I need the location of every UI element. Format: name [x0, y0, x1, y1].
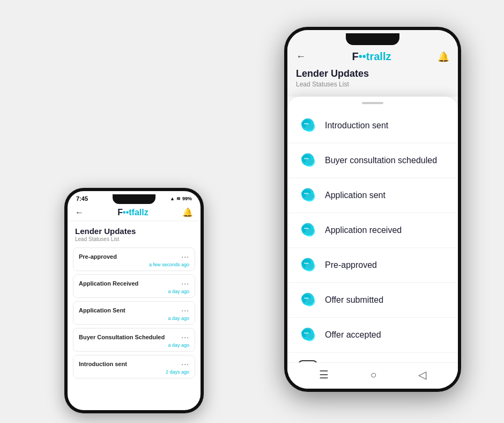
chat-icon-0	[298, 116, 317, 135]
list-item-time-3: a day ago	[79, 342, 189, 348]
sheet-item-5[interactable]: Offer submitted	[287, 283, 458, 318]
list-item-small[interactable]: Application Sent ··· a day ago	[73, 301, 195, 325]
nav-back-icon[interactable]: ◁	[418, 368, 426, 381]
sheet-item-label-3: Application received	[325, 225, 402, 235]
svg-point-4	[306, 123, 314, 130]
chat-icon-2	[298, 186, 317, 205]
nav-home-icon[interactable]: ○	[370, 369, 376, 381]
svg-point-37	[305, 262, 306, 264]
three-dots-1[interactable]: ···	[181, 279, 189, 288]
back-button-small[interactable]: ←	[75, 208, 84, 217]
nav-menu-icon[interactable]: ☰	[319, 368, 329, 381]
chat-icon-5	[298, 290, 317, 310]
svg-point-12	[306, 158, 314, 165]
svg-point-7	[307, 123, 308, 124]
svg-point-6	[306, 123, 307, 124]
list-item-time-2: a day ago	[79, 316, 189, 321]
sheet-item-label-1: Buyer consultation scheduled	[325, 156, 437, 165]
status-time: 7:45	[76, 195, 88, 202]
page-title-area-small: Lender Updates Lead Statuses List	[68, 221, 201, 243]
logo-accent-small: ••tfallz	[123, 208, 149, 217]
list-item-small[interactable]: Introduction sent ··· 2 days ago	[73, 355, 195, 378]
list-item-label-0: Pre-approved	[79, 253, 117, 260]
bell-icon-small[interactable]: 🔔	[182, 207, 193, 217]
svg-point-13	[305, 158, 306, 159]
svg-point-36	[306, 263, 314, 270]
list-item-label-3: Buyer Consultation Scheduled	[79, 334, 165, 340]
sheet-list: Introduction sent	[287, 106, 458, 362]
three-dots-3[interactable]: ···	[181, 333, 189, 341]
svg-point-31	[307, 228, 308, 229]
svg-point-45	[305, 297, 306, 298]
svg-point-29	[305, 228, 306, 229]
list-container-small: Pre-approved ··· a few seconds ago Appli…	[68, 243, 201, 383]
sheet-item-6[interactable]: Offer accepted	[287, 318, 458, 353]
chat-icon-6	[298, 325, 317, 345]
status-icons: ▲ ≋ 99%	[170, 196, 192, 201]
svg-point-22	[306, 193, 307, 194]
chat-icon-3	[298, 221, 317, 240]
wifi-icon: ≋	[176, 196, 181, 201]
bottom-sheet: Introduction sent	[287, 97, 458, 389]
back-button-front[interactable]: ←	[296, 51, 306, 62]
sheet-item-label-2: Application sent	[325, 191, 386, 200]
list-item-label-1: Application Received	[79, 280, 138, 287]
svg-point-30	[306, 228, 307, 229]
logo-small: F••tfallz	[117, 208, 148, 217]
list-item-small[interactable]: Application Received ··· a day ago	[73, 274, 195, 298]
svg-point-39	[307, 262, 308, 264]
three-dots-4[interactable]: ···	[181, 360, 189, 368]
three-dots-0[interactable]: ···	[181, 252, 189, 261]
page-subtitle-small: Lead Statuses List	[75, 236, 193, 242]
sheet-item-3[interactable]: Application received	[287, 213, 458, 248]
svg-point-5	[305, 123, 306, 124]
svg-point-14	[306, 158, 307, 159]
svg-point-15	[307, 158, 308, 159]
sheet-item-label-4: Pre-approved	[325, 260, 377, 270]
phone-back: 7:45 ▲ ≋ 99% ← F••tfallz 🔔 Lender Update…	[64, 188, 204, 413]
list-item-time-0: a few seconds ago	[79, 262, 189, 267]
svg-point-52	[306, 333, 314, 340]
sheet-item-0[interactable]: Introduction sent	[287, 108, 458, 143]
sheet-item-7[interactable]: + Other	[287, 353, 458, 362]
chat-icon-4	[298, 256, 317, 275]
sheet-item-label-6: Offer accepted	[325, 330, 381, 340]
page-title-front: Lender Updates	[296, 68, 449, 79]
phone-front: ← F••trallz 🔔 Lender Updates Lead Status…	[284, 27, 461, 392]
bottom-nav: ☰ ○ ◁	[287, 362, 458, 389]
svg-point-46	[306, 297, 307, 298]
svg-point-47	[307, 297, 308, 298]
svg-point-38	[306, 262, 307, 264]
sheet-item-label-0: Introduction sent	[325, 121, 388, 130]
list-item-small[interactable]: Buyer Consultation Scheduled ··· a day a…	[73, 328, 195, 352]
list-item-label-2: Application Sent	[79, 307, 125, 313]
page-subtitle-front: Lead Statuses List	[296, 81, 449, 88]
svg-point-23	[307, 193, 308, 194]
svg-point-53	[305, 332, 306, 333]
bell-icon-front[interactable]: 🔔	[438, 51, 449, 63]
notch-small	[113, 194, 155, 204]
sheet-item-label-5: Offer submitted	[325, 295, 383, 305]
svg-point-28	[306, 228, 314, 235]
list-item-label-4: Introduction sent	[79, 361, 127, 367]
svg-point-54	[306, 332, 307, 333]
chat-icon-1	[298, 151, 317, 170]
list-item-time-1: a day ago	[79, 289, 189, 294]
three-dots-2[interactable]: ···	[181, 306, 189, 315]
svg-point-44	[306, 298, 314, 305]
svg-point-21	[305, 193, 306, 194]
app-header-small: ← F••tfallz 🔔	[68, 204, 201, 221]
svg-point-55	[307, 332, 308, 333]
list-item-small[interactable]: Pre-approved ··· a few seconds ago	[73, 247, 195, 271]
sheet-item-2[interactable]: Application sent	[287, 178, 458, 213]
signal-icon: ▲	[170, 196, 175, 201]
logo-front: F••trallz	[352, 50, 391, 63]
list-item-time-4: 2 days ago	[79, 369, 189, 375]
battery-icon: 99%	[182, 196, 192, 201]
sheet-handle	[362, 102, 383, 104]
svg-point-20	[306, 193, 314, 200]
page-title-small: Lender Updates	[75, 227, 193, 236]
sheet-item-4[interactable]: Pre-approved	[287, 248, 458, 283]
sheet-item-1[interactable]: Buyer consultation scheduled	[287, 143, 458, 178]
logo-accent-front: ••trallz	[359, 50, 391, 62]
